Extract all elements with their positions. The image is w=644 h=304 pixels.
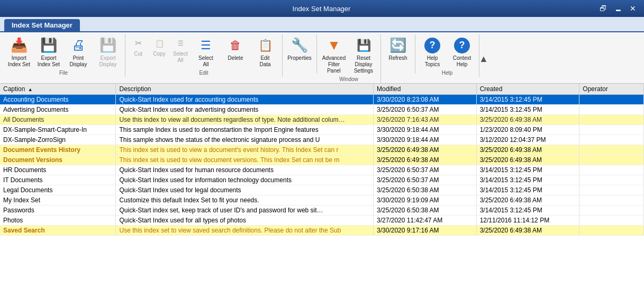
export-index-set-button[interactable]: 💾 ExportIndex Set xyxy=(34,34,64,69)
col-created[interactable]: Created xyxy=(476,84,579,95)
col-caption[interactable]: Caption ▲ xyxy=(0,84,116,95)
export-index-icon: 💾 xyxy=(40,37,57,54)
cell-description: Customize this default Index Set to fit … xyxy=(116,195,374,205)
print-display-button[interactable]: 🖨 PrintDisplay xyxy=(64,34,93,69)
cell-modified: 3/25/2020 6:50:37 AM xyxy=(374,105,477,115)
delete-button[interactable]: 🗑 Delete xyxy=(221,34,250,66)
cell-caption: Photos xyxy=(0,216,116,226)
edit-group-label: Edit xyxy=(128,69,280,77)
select-all-label: SelectAll xyxy=(198,55,213,68)
cell-modified: 3/27/2020 11:42:47 AM xyxy=(374,216,477,226)
restore-button[interactable]: 🗗 xyxy=(596,3,610,14)
select-label: SelectAll xyxy=(173,51,188,64)
table-header: Caption ▲ Description Modified Created O… xyxy=(0,84,644,95)
export-display-label: ExportDisplay xyxy=(99,55,117,68)
cell-description: Quick-Start Index used for advertising d… xyxy=(116,105,374,115)
cell-created: 3/14/2015 3:12:45 PM xyxy=(476,105,579,115)
toolbar-collapse-button[interactable]: ▲ xyxy=(479,34,488,83)
cell-operator xyxy=(579,226,644,236)
context-help-button[interactable]: ? ContextHelp xyxy=(447,34,477,69)
cell-caption: DX-Sample-ZorroSign xyxy=(0,135,116,145)
copy-button[interactable]: 📋 Copy xyxy=(149,34,170,66)
table-row[interactable]: HR DocumentsQuick-Start Index used for h… xyxy=(0,165,644,175)
delete-label: Delete xyxy=(228,55,243,61)
reset-display-button[interactable]: 💾 Reset DisplaySettings xyxy=(349,34,378,76)
help-group-label: Help xyxy=(418,69,477,77)
table-row[interactable]: PasswordsQuick-Start index set, keep tra… xyxy=(0,205,644,216)
reset-label: Reset DisplaySettings xyxy=(350,55,377,74)
table-area[interactable]: Caption ▲ Description Modified Created O… xyxy=(0,84,644,304)
select-all-button[interactable]: ☰ SelectAll xyxy=(191,34,221,69)
cell-description: Quick-Start Index used for all types of … xyxy=(116,216,374,226)
import-index-set-button[interactable]: 📥 ImportIndex Set xyxy=(4,34,34,69)
select-all-icon: ☰ xyxy=(197,37,214,54)
cell-description: This sample shows the status of the elec… xyxy=(116,135,374,145)
table-row[interactable]: Document Events HistoryThis index set is… xyxy=(0,145,644,155)
window-buttons: ▼ AdvancedFilter Panel 💾 Reset DisplaySe… xyxy=(319,34,378,76)
print-icon: 🖨 xyxy=(70,37,87,54)
cell-operator xyxy=(579,195,644,205)
col-operator[interactable]: Operator xyxy=(579,84,644,95)
table-row[interactable]: IT DocumentsQuick-Start Index used for i… xyxy=(0,175,644,185)
table-row[interactable]: Document VersionsThis index set is used … xyxy=(0,155,644,165)
export-display-icon: 💾 xyxy=(99,37,116,54)
table-row[interactable]: Legal DocumentsQuick-Start Index used fo… xyxy=(0,185,644,195)
table-row[interactable]: DX-Sample-ZorroSignThis sample shows the… xyxy=(0,135,644,145)
cell-created: 3/25/2020 6:49:38 AM xyxy=(476,155,579,165)
refresh-button[interactable]: 🔄 Refresh xyxy=(383,34,413,66)
select-icon: ☰ xyxy=(174,37,187,50)
cell-operator xyxy=(579,105,644,115)
cell-modified: 3/25/2020 6:50:38 AM xyxy=(374,205,477,216)
toolbar-group-help: ? HelpTopics ? ContextHelp Help xyxy=(415,34,479,77)
cell-created: 3/25/2020 6:49:38 AM xyxy=(476,226,579,236)
select-button[interactable]: ☰ SelectAll xyxy=(170,34,191,66)
edit-data-button[interactable]: 📋 EditData xyxy=(250,34,280,69)
cell-operator xyxy=(579,175,644,185)
col-description[interactable]: Description xyxy=(116,84,374,95)
toolbar-group-refresh: 🔄 Refresh xyxy=(381,34,415,74)
import-label: ImportIndex Set xyxy=(8,55,30,68)
filter-icon: ▼ xyxy=(325,37,342,54)
col-modified[interactable]: Modified xyxy=(374,84,477,95)
cut-icon: ✂ xyxy=(132,37,144,50)
cell-description: Quick-Start Index used for information t… xyxy=(116,175,374,185)
cut-button[interactable]: ✂ Cut xyxy=(128,34,149,66)
cell-modified: 3/30/2020 8:23:08 AM xyxy=(374,95,477,105)
cell-created: 3/12/2020 12:04:37 PM xyxy=(476,135,579,145)
cell-description: Quick-Start index set, keep track of use… xyxy=(116,205,374,216)
table-row[interactable]: Advertising DocumentsQuick-Start Index u… xyxy=(0,105,644,115)
cell-caption: Accounting Documents xyxy=(0,95,116,105)
table-row[interactable]: All DocumentsUse this index to view all … xyxy=(0,115,644,125)
table-row[interactable]: PhotosQuick-Start Index used for all typ… xyxy=(0,216,644,226)
table-row[interactable]: Accounting DocumentsQuick-Start Index us… xyxy=(0,95,644,105)
edit-data-label: EditData xyxy=(259,55,270,68)
table-row[interactable]: DX-Sample-Smart-Capture-InThis sample In… xyxy=(0,125,644,135)
export-display-button[interactable]: 💾 ExportDisplay xyxy=(93,34,123,69)
cell-caption: My Index Set xyxy=(0,195,116,205)
advanced-filter-button[interactable]: ▼ AdvancedFilter Panel xyxy=(319,34,349,76)
cell-created: 3/14/2015 3:12:45 PM xyxy=(476,205,579,216)
copy-icon: 📋 xyxy=(153,37,166,50)
properties-button[interactable]: 🔧 Properties xyxy=(285,34,314,66)
close-button[interactable]: ✕ xyxy=(626,3,640,14)
help-buttons: ? HelpTopics ? ContextHelp xyxy=(418,34,477,69)
minimize-button[interactable]: 🗕 xyxy=(611,3,625,14)
tab-index-set-manager[interactable]: Index Set Manager xyxy=(4,19,80,31)
toolbar: 📥 ImportIndex Set 💾 ExportIndex Set 🖨 Pr… xyxy=(0,32,644,84)
cell-operator xyxy=(579,205,644,216)
import-icon: 📥 xyxy=(11,37,28,54)
copy-label: Copy xyxy=(153,51,165,57)
table-row[interactable]: Saved SearchUse this index set to view s… xyxy=(0,226,644,236)
cut-label: Cut xyxy=(134,51,142,57)
refresh-group-label xyxy=(383,66,413,74)
table-row[interactable]: My Index SetCustomize this default Index… xyxy=(0,195,644,205)
cell-operator xyxy=(579,125,644,135)
cell-caption: Passwords xyxy=(0,205,116,216)
help-topics-button[interactable]: ? HelpTopics xyxy=(418,34,447,69)
main-content: Caption ▲ Description Modified Created O… xyxy=(0,84,644,304)
cell-modified: 3/25/2020 6:50:37 AM xyxy=(374,175,477,185)
properties-group-label xyxy=(285,66,314,74)
index-set-table: Caption ▲ Description Modified Created O… xyxy=(0,84,644,236)
help-topics-label: HelpTopics xyxy=(425,55,440,68)
window-title: Index Set Manager xyxy=(47,5,596,13)
